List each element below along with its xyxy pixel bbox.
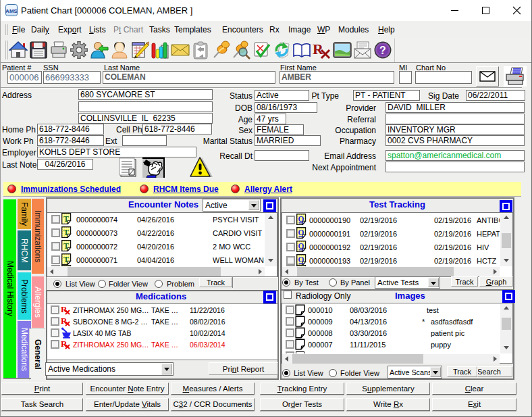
svg-text:?: ? — [379, 45, 386, 56]
svg-text:AMS: AMS — [5, 8, 18, 14]
svg-text:T: T — [63, 255, 69, 264]
svg-text:T: T — [63, 266, 69, 267]
svg-text:O: O — [298, 242, 304, 250]
svg-text:O: O — [298, 215, 304, 223]
svg-text:T: T — [63, 228, 69, 237]
svg-text:O: O — [298, 255, 304, 264]
svg-text:T: T — [63, 214, 69, 224]
svg-text:T: T — [63, 241, 69, 251]
svg-text:O: O — [298, 228, 304, 237]
svg-text:R: R — [313, 41, 324, 57]
